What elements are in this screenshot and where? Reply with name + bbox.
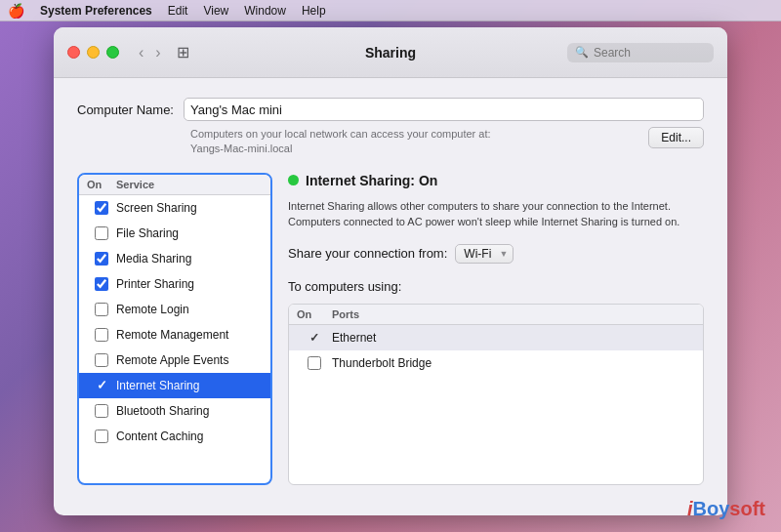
- service-header-on: On: [87, 179, 116, 190]
- port-row[interactable]: Thunderbolt Bridge: [289, 350, 703, 376]
- content-area: Computer Name: Computers on your local n…: [54, 78, 727, 515]
- service-item[interactable]: Media Sharing: [79, 246, 270, 271]
- computer-name-row: Computer Name:: [77, 98, 704, 121]
- port-check-cell: [297, 356, 332, 370]
- service-checkbox-cell: [87, 303, 116, 316]
- service-checkbox-cell: [87, 328, 116, 342]
- menubar-view[interactable]: View: [203, 4, 228, 18]
- ports-header-ports: Ports: [332, 308, 695, 320]
- service-item[interactable]: File Sharing: [79, 221, 270, 246]
- computer-name-input[interactable]: [184, 98, 704, 121]
- service-checkbox-cell: [87, 252, 116, 266]
- window-title: Sharing: [365, 45, 416, 61]
- service-name: Screen Sharing: [116, 201, 263, 215]
- service-checkbox-cell: [87, 277, 116, 291]
- service-panel: On Service Screen SharingFile SharingMed…: [77, 173, 272, 485]
- service-name: Bluetooth Sharing: [116, 404, 263, 418]
- menubar-system-preferences[interactable]: System Preferences: [40, 4, 152, 18]
- port-name: Thunderbolt Bridge: [332, 356, 695, 370]
- ports-header: On Ports: [289, 305, 703, 325]
- service-checkbox-cell: [87, 226, 116, 240]
- edit-button[interactable]: Edit...: [648, 127, 704, 148]
- nav-arrows: ‹ ›: [135, 42, 165, 63]
- ports-table: On Ports ✓EthernetThunderbolt Bridge: [288, 304, 704, 485]
- service-item[interactable]: Screen Sharing: [79, 195, 270, 221]
- menubar-help[interactable]: Help: [302, 4, 326, 18]
- forward-button[interactable]: ›: [151, 42, 164, 63]
- service-name: Remote Apple Events: [116, 353, 263, 367]
- service-checkbox[interactable]: [95, 201, 108, 215]
- service-checkbox[interactable]: [95, 226, 108, 240]
- right-panel: Internet Sharing: On Internet Sharing al…: [288, 173, 704, 485]
- service-item[interactable]: Content Caching: [79, 424, 270, 449]
- port-check-cell: ✓: [297, 331, 332, 345]
- service-name: Remote Login: [116, 303, 263, 316]
- checkmark-icon: ✓: [309, 331, 319, 345]
- back-button[interactable]: ‹: [135, 42, 147, 63]
- service-item[interactable]: Remote Apple Events: [79, 348, 270, 373]
- fullscreen-button[interactable]: [106, 46, 119, 59]
- close-button[interactable]: [67, 46, 80, 59]
- port-row[interactable]: ✓Ethernet: [289, 325, 703, 350]
- titlebar: ‹ › ⊞ Sharing 🔍: [54, 27, 727, 78]
- service-item[interactable]: Remote Login: [79, 297, 270, 322]
- service-name: Internet Sharing: [116, 379, 263, 392]
- port-name: Ethernet: [332, 331, 695, 345]
- computer-name-label: Computer Name:: [77, 102, 174, 117]
- main-area: On Service Screen SharingFile SharingMed…: [77, 173, 704, 485]
- service-header: On Service: [79, 175, 270, 195]
- description-text: Internet Sharing allows other computers …: [288, 198, 704, 230]
- service-checkbox-cell: ✓: [87, 378, 116, 392]
- search-input[interactable]: [594, 46, 706, 60]
- status-label: Internet Sharing: On: [306, 173, 437, 188]
- service-checkbox[interactable]: [95, 353, 108, 367]
- service-header-label: Service: [116, 179, 263, 190]
- share-from-row: Share your connection from: Wi-Fi ▼: [288, 244, 704, 264]
- sharing-window: ‹ › ⊞ Sharing 🔍 Computer Name: Computers…: [54, 27, 727, 515]
- share-from-label: Share your connection from:: [288, 246, 447, 261]
- port-checkbox[interactable]: [308, 356, 321, 370]
- local-address-text1: Computers on your local network can acce…: [190, 127, 491, 142]
- service-item[interactable]: Bluetooth Sharing: [79, 398, 270, 424]
- service-item[interactable]: Printer Sharing: [79, 271, 270, 297]
- menubar: 🍎 System Preferences Edit View Window He…: [0, 0, 781, 21]
- search-icon: 🔍: [575, 46, 589, 59]
- service-checkbox[interactable]: [95, 303, 108, 316]
- grid-icon[interactable]: ⊞: [177, 43, 189, 61]
- service-checkbox[interactable]: [95, 430, 108, 443]
- ports-header-on: On: [297, 308, 332, 320]
- share-from-select-wrapper[interactable]: Wi-Fi ▼: [455, 244, 514, 264]
- service-list: Screen SharingFile SharingMedia SharingP…: [79, 195, 270, 449]
- service-name: File Sharing: [116, 226, 263, 240]
- service-checkbox[interactable]: [95, 252, 108, 266]
- service-checkbox-cell: [87, 353, 116, 367]
- service-name: Remote Management: [116, 328, 263, 342]
- menubar-edit[interactable]: Edit: [168, 4, 188, 18]
- traffic-lights: [67, 46, 119, 59]
- apple-menu[interactable]: 🍎: [8, 3, 24, 19]
- menubar-window[interactable]: Window: [244, 4, 286, 18]
- local-address-row: Computers on your local network can acce…: [190, 127, 704, 157]
- service-item[interactable]: ✓Internet Sharing: [79, 373, 270, 398]
- minimize-button[interactable]: [87, 46, 100, 59]
- share-from-select[interactable]: Wi-Fi: [455, 244, 514, 264]
- watermark: iBoysoft: [687, 498, 765, 520]
- service-checkbox[interactable]: [95, 277, 108, 291]
- search-bar[interactable]: 🔍: [567, 43, 714, 62]
- status-row: Internet Sharing: On: [288, 173, 704, 188]
- service-item[interactable]: Remote Management: [79, 322, 270, 348]
- service-checkbox[interactable]: [95, 328, 108, 342]
- local-address-text2: Yangs-Mac-mini.local: [190, 142, 491, 156]
- service-checkbox[interactable]: [95, 404, 108, 418]
- service-checkbox-cell: [87, 404, 116, 418]
- status-dot-green: [288, 175, 299, 185]
- service-name: Content Caching: [116, 430, 263, 443]
- service-checkbox-cell: [87, 430, 116, 443]
- service-name: Printer Sharing: [116, 277, 263, 291]
- ports-list: ✓EthernetThunderbolt Bridge: [289, 325, 703, 376]
- service-name: Media Sharing: [116, 252, 263, 266]
- checkmark-icon: ✓: [97, 378, 107, 392]
- service-checkbox-cell: [87, 201, 116, 215]
- to-computers-label: To computers using:: [288, 279, 704, 294]
